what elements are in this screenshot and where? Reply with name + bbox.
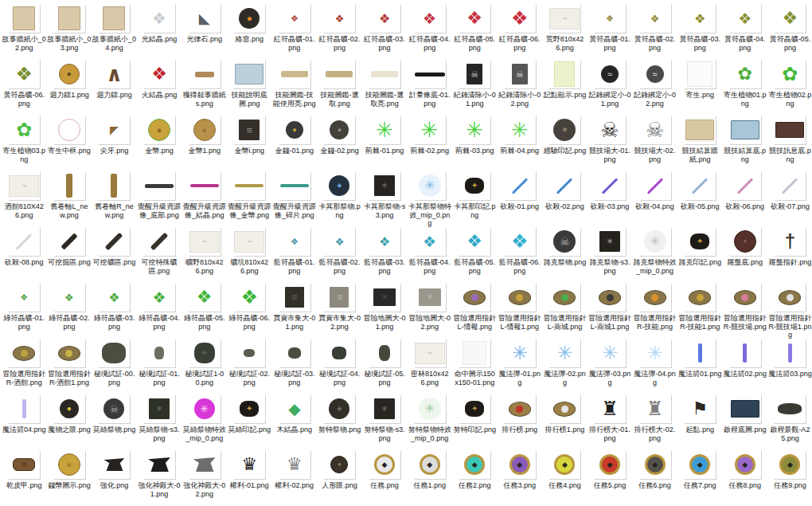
file-item[interactable]: 技能圖鑑-選取.png: [317, 57, 362, 113]
file-item[interactable]: ●迴力鏢1.png: [47, 57, 92, 113]
file-item[interactable]: ◆任務.png: [362, 448, 408, 504]
file-item[interactable]: 競技訊息底.png: [767, 113, 812, 169]
file-item[interactable]: ♛權利-02.png: [272, 448, 318, 504]
file-item[interactable]: ✦卡其那祭物.png: [317, 169, 362, 225]
file-item[interactable]: ❖藍符晶礦-01.png: [272, 225, 318, 280]
file-item[interactable]: ❖藍符晶礦-06.png: [498, 225, 543, 280]
file-item[interactable]: 冒險選用指針R-酒館1.png: [47, 336, 92, 392]
file-item[interactable]: ⚑起點.png: [677, 392, 723, 448]
file-item[interactable]: 冒險選用指針R-競技場1.png: [767, 280, 812, 336]
file-item[interactable]: ❖紅符晶礦-01.png: [272, 2, 318, 57]
file-item[interactable]: ☠競技場大-02.png: [632, 113, 677, 169]
file-item[interactable]: ≈記錄綁定小-01.png: [588, 57, 633, 113]
file-item[interactable]: ♜排行榜大-02.png: [632, 392, 677, 448]
file-item[interactable]: ♛權利-01.png: [227, 448, 272, 504]
file-item[interactable]: ◆任務4.png: [542, 448, 588, 504]
file-item[interactable]: ❖紅符晶礦-04.png: [407, 2, 452, 57]
file-item[interactable]: †羅盤指針.png: [767, 225, 812, 280]
file-item[interactable]: ✦努特印記.png: [452, 392, 498, 448]
file-item[interactable]: ♜排行榜大-01.png: [588, 392, 633, 448]
file-item[interactable]: 舊卷軸L_new.png: [47, 169, 92, 225]
file-item[interactable]: ✦羅盤底.png: [723, 225, 768, 280]
file-item[interactable]: ❖紅符晶礦-02.png: [317, 2, 362, 57]
file-item[interactable]: 砍殺-06.png: [723, 169, 768, 225]
file-item[interactable]: ❖黃符晶礦-02.png: [632, 2, 677, 57]
file-item[interactable]: ≡買賣市集大-01.png: [272, 280, 318, 336]
file-item[interactable]: 秘境試証-05.png: [362, 336, 408, 392]
file-item[interactable]: 技能說明底圖.png: [227, 57, 272, 113]
file-item[interactable]: ✦努特祭物.png: [317, 392, 362, 448]
file-item[interactable]: ≡買賣市集大-02.png: [317, 280, 362, 336]
file-item[interactable]: ◣光律石.png: [182, 2, 227, 57]
file-item[interactable]: 故事牆紙小_03.png: [47, 2, 92, 57]
file-item[interactable]: ☠路克祭物.png: [542, 225, 588, 280]
file-item[interactable]: 啟程景觀-A25.png: [767, 392, 812, 448]
file-item[interactable]: 砍殺-02.png: [542, 169, 588, 225]
file-item[interactable]: ❖黃符晶礦-05.png: [767, 2, 812, 57]
file-item[interactable]: 覺醒升級資源條_金幣.png: [227, 169, 272, 225]
file-item[interactable]: ≡金幣i.png: [227, 113, 272, 169]
file-item[interactable]: ◆任務8.png: [723, 448, 768, 504]
file-item[interactable]: ❖藍符晶礦-03.png: [362, 225, 408, 280]
file-item[interactable]: ✳努特祭物特效_mip_0.png: [407, 392, 452, 448]
file-item[interactable]: 排行榜1.png: [542, 392, 588, 448]
file-item[interactable]: ❖綠符晶礦-04.png: [137, 280, 182, 336]
file-item[interactable]: ✳荊棘-01.png: [362, 113, 408, 169]
file-item[interactable]: ✳荊棘-03.png: [452, 113, 498, 169]
file-item[interactable]: 強化神殿大-01.png: [137, 448, 182, 504]
file-item[interactable]: ✳路克祭物特效_mip_0.png: [632, 225, 677, 280]
file-item[interactable]: ✳魔法彈-02.png: [542, 336, 588, 392]
file-item[interactable]: ◆任務1.png: [407, 448, 452, 504]
file-item[interactable]: 覺醒升級資源條_底部.png: [137, 169, 182, 225]
file-item[interactable]: ❖紅符晶礦-06.png: [498, 2, 543, 57]
file-item[interactable]: 秘境試証-01.png: [137, 336, 182, 392]
file-item[interactable]: 冒險選用指針L-情報.png: [452, 280, 498, 336]
file-item[interactable]: ❖火結晶.png: [137, 57, 182, 113]
file-item[interactable]: ~密林810x426.png: [407, 336, 452, 392]
file-item[interactable]: 覺醒升級資源條_碎片.png: [272, 169, 318, 225]
file-item[interactable]: 秘境試証-03.png: [272, 336, 318, 392]
file-item[interactable]: 冒險選用指針L-情報1.png: [498, 280, 543, 336]
file-item[interactable]: ✶卡其那祭物-s3.png: [362, 169, 408, 225]
file-item[interactable]: 砍殺-01.png: [498, 169, 543, 225]
file-item[interactable]: ●金幣1.png: [182, 113, 227, 169]
file-item[interactable]: 啟程底圖.png: [723, 392, 768, 448]
file-item[interactable]: ●金錢-02.png: [317, 113, 362, 169]
file-item[interactable]: 強化.png: [92, 448, 137, 504]
file-item[interactable]: ✳卡其那祭物特效_mip_0.png: [407, 169, 452, 225]
file-item[interactable]: ×冒險地圖大-02.png: [407, 280, 452, 336]
file-item[interactable]: ~荒野810x426.png: [542, 2, 588, 57]
file-item[interactable]: ≈記錄綁定小-02.png: [632, 57, 677, 113]
file-item[interactable]: 魔法箭04.png: [2, 392, 47, 448]
file-item[interactable]: ~曠野810x426.png: [182, 225, 227, 280]
file-item[interactable]: 砍殺-03.png: [588, 169, 633, 225]
file-item[interactable]: ●人形眼.png: [317, 448, 362, 504]
file-item[interactable]: ❖藍符晶礦-05.png: [452, 225, 498, 280]
file-item[interactable]: ◆任務3.png: [498, 448, 543, 504]
file-item[interactable]: 命中圖示150x150-01.png: [452, 336, 498, 392]
file-item[interactable]: ●金幣.png: [137, 113, 182, 169]
file-item[interactable]: ❖綠符晶礦-02.png: [47, 280, 92, 336]
file-item[interactable]: ❖黃符晶礦-01.png: [588, 2, 633, 57]
file-item[interactable]: ✳魔法彈-04.png: [632, 336, 677, 392]
file-item[interactable]: ◆木結晶.png: [272, 392, 318, 448]
file-item[interactable]: ◆任務6.png: [632, 448, 677, 504]
file-item[interactable]: 砍殺-07.png: [767, 169, 812, 225]
file-item[interactable]: ✦秘境試証1-00.png: [182, 336, 227, 392]
file-item[interactable]: 技能圖鑑-技能使用亮.png: [272, 57, 318, 113]
file-item[interactable]: ☠紀錄清除小-02.png: [498, 57, 543, 113]
file-item[interactable]: ❖綠符晶礦-05.png: [182, 280, 227, 336]
file-item[interactable]: ≡乾皮甲.png: [2, 448, 47, 504]
file-item[interactable]: ❖綠符晶礦-01.png: [2, 280, 47, 336]
file-item[interactable]: 秘境試証-00.png: [92, 336, 137, 392]
file-item[interactable]: ❖紅符晶礦-03.png: [362, 2, 408, 57]
file-item[interactable]: ◆任務7.png: [677, 448, 723, 504]
file-item[interactable]: ~酒館810X426.png: [2, 169, 47, 225]
file-item[interactable]: ❖黃符晶礦-06.png: [2, 57, 47, 113]
file-item[interactable]: 故事牆紙小_04.png: [92, 2, 137, 57]
file-item[interactable]: 覺醒升級資源條_結晶.png: [182, 169, 227, 225]
file-item[interactable]: ❖光結晶.png: [137, 2, 182, 57]
file-item[interactable]: ✿寄生植物01.png: [723, 57, 768, 113]
file-item[interactable]: 排行榜.png: [498, 392, 543, 448]
file-item[interactable]: ✦卡其那印記.png: [452, 169, 498, 225]
